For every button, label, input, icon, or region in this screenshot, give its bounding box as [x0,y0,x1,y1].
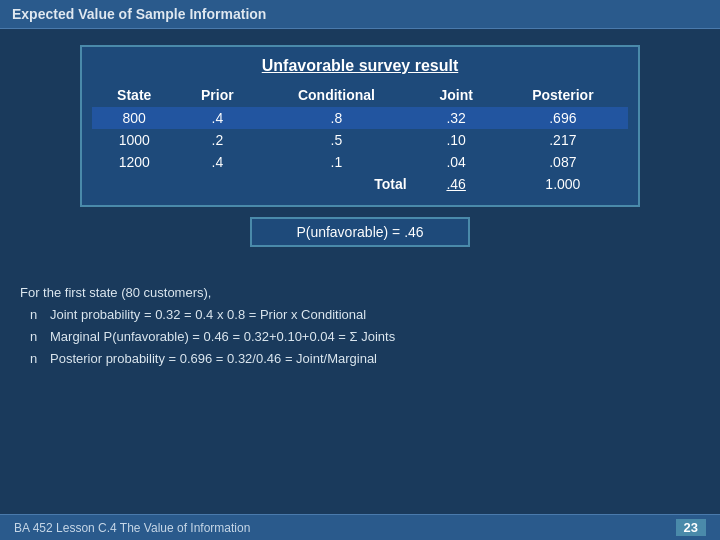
cell-state: 1000 [92,129,176,151]
table-row: 1000 .2 .5 .10 .217 [92,129,628,151]
bullet-dot: n [30,327,44,347]
col-header-conditional: Conditional [258,83,414,107]
total-label-2 [176,173,258,195]
cell-prior: .4 [176,107,258,129]
section-title: Unfavorable survey result [92,57,628,75]
table-header-row: State Prior Conditional Joint Posterior [92,83,628,107]
main-content: Unfavorable survey result State Prior Co… [0,29,720,273]
total-label-3: Total [258,173,414,195]
bullet-dot: n [30,349,44,369]
cell-posterior: .696 [498,107,628,129]
footer-bar: BA 452 Lesson C.4 The Value of Informati… [0,514,720,540]
cell-prior: .2 [176,129,258,151]
page-number: 23 [676,519,706,536]
cell-state: 800 [92,107,176,129]
intro-text: For the first state (80 customers), [20,283,700,303]
cell-conditional: .1 [258,151,414,173]
bullet-text: Posterior probability = 0.696 = 0.32/0.4… [50,349,377,369]
bullet-list: nJoint probability = 0.32 = 0.4 x 0.8 = … [20,305,700,369]
total-joint: .46 [415,173,498,195]
bottom-text-section: For the first state (80 customers), nJoi… [0,273,720,376]
pfav-text: P(unfavorable) = .46 [296,224,423,240]
footer-course: BA 452 Lesson C.4 The Value of Informati… [14,521,250,535]
table-row: 800 .4 .8 .32 .696 [92,107,628,129]
col-header-state: State [92,83,176,107]
total-label-1 [92,173,176,195]
bullet-text: Joint probability = 0.32 = 0.4 x 0.8 = P… [50,305,366,325]
cell-joint: .04 [415,151,498,173]
cell-joint: .10 [415,129,498,151]
bullet-item: nMarginal P(unfavorable) = 0.46 = 0.32+0… [30,327,700,347]
col-header-prior: Prior [176,83,258,107]
bullet-item: nJoint probability = 0.32 = 0.4 x 0.8 = … [30,305,700,325]
col-header-posterior: Posterior [498,83,628,107]
cell-conditional: .5 [258,129,414,151]
bullet-item: nPosterior probability = 0.696 = 0.32/0.… [30,349,700,369]
cell-conditional: .8 [258,107,414,129]
cell-posterior: .087 [498,151,628,173]
data-table: State Prior Conditional Joint Posterior … [92,83,628,195]
cell-joint: .32 [415,107,498,129]
table-row: 1200 .4 .1 .04 .087 [92,151,628,173]
bullet-text: Marginal P(unfavorable) = 0.46 = 0.32+0.… [50,327,395,347]
pfav-box: P(unfavorable) = .46 [250,217,470,247]
cell-posterior: .217 [498,129,628,151]
bullet-dot: n [30,305,44,325]
col-header-joint: Joint [415,83,498,107]
cell-state: 1200 [92,151,176,173]
total-posterior: 1.000 [498,173,628,195]
cell-prior: .4 [176,151,258,173]
page-title: Expected Value of Sample Information [12,6,266,22]
title-bar: Expected Value of Sample Information [0,0,720,29]
table-total-row: Total .46 1.000 [92,173,628,195]
table-container: Unfavorable survey result State Prior Co… [80,45,640,207]
